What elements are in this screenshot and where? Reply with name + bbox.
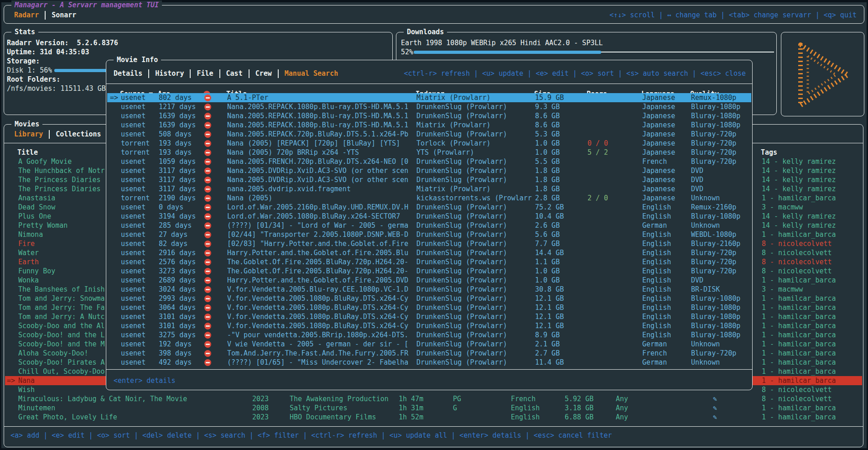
release-age: 3117 days bbox=[159, 175, 196, 184]
release-row[interactable]: usenet 1639 days Nana.2005.REPACK.1080p.… bbox=[107, 111, 751, 120]
movie-size: 6.88 GB bbox=[565, 413, 593, 422]
release-row[interactable]: usenet 3064 days V.for.Vendetta.2005.108… bbox=[107, 303, 751, 312]
release-age: 3275 days bbox=[159, 330, 196, 340]
monitored-icon: ✎ bbox=[713, 403, 717, 413]
release-row[interactable]: usenet 1639 days Nana.2005.REPACK.1080p.… bbox=[107, 120, 751, 130]
release-quality: DVD bbox=[691, 276, 753, 285]
release-rejected bbox=[204, 267, 211, 276]
release-row[interactable]: usenet 285 days (????) [01/34] - "Lord o… bbox=[107, 221, 751, 230]
release-row[interactable]: usenet 2576 days The.Goblet.Of.Fire.2005… bbox=[107, 257, 751, 267]
release-rejected bbox=[204, 203, 211, 212]
monitored-icon: ✎ bbox=[713, 394, 717, 403]
release-size: 11.4 GB bbox=[535, 358, 564, 367]
release-row[interactable]: => usenet 802 days A 5.1-PTer Miatrix (P… bbox=[107, 93, 751, 102]
release-row[interactable]: usenet 3117 days nana.2005.dvdrip.xvid.f… bbox=[107, 184, 751, 194]
release-row[interactable]: usenet 3101 days V.for.Vendetta.2005.108… bbox=[107, 321, 751, 330]
release-row[interactable]: torrent 2190 days Nana (2005) kickasstor… bbox=[107, 194, 751, 203]
release-language: English bbox=[642, 294, 671, 303]
release-title: V.for.Vendetta.2005.1080p.BluRay.DTS.x26… bbox=[227, 303, 414, 312]
release-source: usenet bbox=[121, 203, 146, 212]
release-row[interactable]: usenet 82 days [02/83] "Harry.Potter.and… bbox=[107, 239, 751, 248]
release-quality: Bluray-1080p bbox=[691, 294, 753, 303]
release-row[interactable]: usenet 1059 days Nana.2005.FRENCH.720p.B… bbox=[107, 157, 751, 166]
movie-tag: 1 - hamilcar_barca bbox=[762, 230, 862, 239]
release-size: 8.6 GB bbox=[535, 111, 560, 120]
release-row[interactable]: usenet 3024 days V.for.Vendetta.2005.Blu… bbox=[107, 285, 751, 294]
release-title: Nana.2005.REPACK.1080p.Blu-ray.DTS-HD.MA… bbox=[227, 111, 414, 120]
tab-radarr[interactable]: Radarr bbox=[14, 11, 39, 19]
release-language: English bbox=[642, 321, 671, 330]
release-age: 3194 days bbox=[159, 212, 196, 221]
release-source: usenet bbox=[121, 212, 146, 221]
release-row[interactable]: usenet 192 days V wie Vendetta - 2005 - … bbox=[107, 340, 751, 349]
release-age: 193 days bbox=[159, 148, 192, 157]
release-indexer: DrunkenSlug (Prowlarr) bbox=[416, 358, 533, 367]
release-row[interactable]: usenet 2916 days Harry.Potter.and.the.Go… bbox=[107, 248, 751, 257]
release-size: 7.7 GB bbox=[535, 239, 560, 248]
storage-label: Storage: bbox=[7, 57, 40, 66]
movie-quality: Any bbox=[616, 394, 628, 403]
release-rejected bbox=[204, 212, 211, 221]
release-quality: Remux-2160p bbox=[691, 203, 753, 212]
movie-year: 2023 bbox=[252, 394, 269, 403]
release-row[interactable]: usenet 2689 days Harry.Potter.and.the.Go… bbox=[107, 276, 751, 285]
release-indexer: kickasstorrents.ws (Prowlarr bbox=[416, 194, 533, 203]
movie-tag: 1 - hamilcar_barca bbox=[762, 330, 862, 340]
release-row[interactable]: usenet 3117 days Nana.2005.DVDRip.XviD.A… bbox=[107, 166, 751, 175]
rejection-icon bbox=[204, 167, 211, 174]
release-row[interactable]: usenet 3275 days -"V pour vendetta.2005.… bbox=[107, 330, 751, 340]
release-title: (????) [01/34] - "Lord of War - 2005 - g… bbox=[227, 221, 414, 230]
movie-tag: 1 - hamilcar_barca bbox=[762, 340, 862, 349]
movie-row[interactable]: Minutemen 2008 Salty Pictures 1h 31m G E… bbox=[5, 403, 862, 413]
rejection-icon bbox=[204, 231, 211, 238]
release-quality: Remux-1080p bbox=[691, 93, 753, 102]
release-age: 1639 days bbox=[159, 111, 196, 120]
release-title: The.Goblet.Of.Fire.2005.BluRay.720p.H264… bbox=[227, 257, 414, 267]
release-title: V.for.Vendetta.2005.Blu-ray.CEE.1080p.VC… bbox=[227, 285, 414, 294]
release-language: Japanese bbox=[642, 111, 675, 120]
release-row[interactable]: usenet 3101 days V.for.Vendetta.2005.108… bbox=[107, 312, 751, 321]
release-row[interactable]: usenet 27 days [02/44] "Transporter 2.20… bbox=[107, 230, 751, 239]
release-rejected bbox=[204, 303, 211, 312]
release-row[interactable]: torrent 193 days Nana (2005) 720p BRRip … bbox=[107, 148, 751, 157]
release-source: torrent bbox=[121, 148, 150, 157]
release-row[interactable]: usenet 508 days Nana.2005.REPACK.720p.Bl… bbox=[107, 130, 751, 139]
movie-language: English bbox=[511, 413, 540, 422]
movie-runtime: 1h 47m bbox=[399, 394, 423, 403]
movie-row[interactable]: Great Photo, Lovely Life 2023 HBO Docume… bbox=[5, 413, 862, 422]
release-row[interactable]: usenet 3117 days Nana.2005.DVDRip.XviD.A… bbox=[107, 175, 751, 184]
release-quality: Bluray-720p bbox=[691, 139, 753, 148]
release-title: Nana.2005.REPACK.720p.BluRay.DTS.5.1.x26… bbox=[227, 130, 414, 139]
release-size: 1.0 GB bbox=[535, 148, 560, 157]
release-language: French bbox=[642, 157, 667, 166]
release-language: French bbox=[642, 349, 667, 358]
release-row[interactable]: usenet 2993 days V.for.Vendetta.2005.108… bbox=[107, 294, 751, 303]
release-row[interactable]: torrent 193 days Nana (2005) [REPACK] [7… bbox=[107, 139, 751, 148]
release-source: usenet bbox=[121, 321, 146, 330]
release-indexer: DrunkenSlug (Prowlarr) bbox=[416, 340, 533, 349]
release-age: 3101 days bbox=[159, 312, 196, 321]
release-row[interactable]: usenet 3273 days The.Goblet.Of.Fire.2005… bbox=[107, 267, 751, 276]
movie-rating: PG bbox=[453, 394, 461, 403]
rejection-icon bbox=[204, 259, 211, 266]
release-row[interactable]: usenet 492 days (????) [01/65] - "Miss U… bbox=[107, 358, 751, 367]
release-language: English bbox=[642, 285, 671, 294]
release-peers: 0 / 0 bbox=[587, 139, 608, 148]
release-row[interactable]: usenet 1217 days Nana.2005.REPACK.1080p.… bbox=[107, 102, 751, 111]
release-row[interactable]: usenet 398 days Tom.And.Jerry.The.Fast.A… bbox=[107, 349, 751, 358]
release-row[interactable]: usenet 0 days Lord.of.War.2005.2160p.Blu… bbox=[107, 203, 751, 212]
movie-language: French bbox=[511, 394, 535, 403]
logo-panel bbox=[781, 32, 864, 116]
movie-row[interactable]: Miraculous: Ladybug & Cat Noir, The Movi… bbox=[5, 394, 862, 403]
download-progress-bar-fill bbox=[414, 51, 601, 54]
release-rejected bbox=[204, 166, 211, 175]
release-title: (????) [01/65] - "Miss Undercover 2- Fab… bbox=[227, 358, 414, 367]
release-indexer: Miatrix (Prowlarr) bbox=[416, 184, 533, 194]
release-language: English bbox=[642, 248, 671, 257]
tab-sonarr[interactable]: Sonarr bbox=[52, 11, 76, 19]
release-indexer: Miatrix (Prowlarr) bbox=[416, 120, 533, 130]
release-source: usenet bbox=[121, 120, 146, 130]
rejection-icon bbox=[204, 250, 211, 256]
release-indexer: DrunkenSlug (Prowlarr) bbox=[416, 330, 533, 340]
release-row[interactable]: usenet 3194 days Lord.of.War.2005.1080p.… bbox=[107, 212, 751, 221]
